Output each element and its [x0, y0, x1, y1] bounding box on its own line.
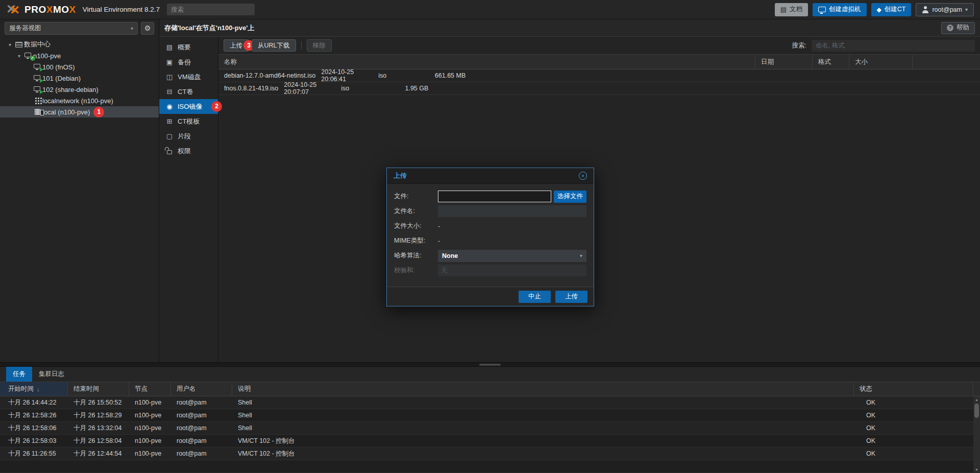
cube-icon: ◆ — [877, 6, 881, 13]
checksum-input — [438, 265, 586, 276]
hash-label: 哈希算法: — [394, 251, 438, 260]
column-header-name[interactable]: 名称 — [218, 55, 755, 69]
storage-icon — [32, 109, 42, 115]
proxmox-app: ✕✕ PROXMOX Virtual Environment 8.2.7 ▤ 文… — [0, 0, 980, 473]
column-header-description[interactable]: 说明 — [232, 382, 854, 396]
download-from-url-button[interactable]: 从URL下载 — [252, 39, 296, 52]
dialog-titlebar[interactable]: 上传 — [387, 168, 594, 184]
hash-algorithm-dropdown[interactable]: None ▾ — [438, 250, 586, 262]
column-header-status[interactable]: 状态 — [854, 382, 973, 396]
proxmox-x-icon: ✕✕ — [6, 3, 21, 16]
task-row[interactable]: 十月 26 14:44:22 十月 26 15:50:52 n100-pve r… — [0, 396, 980, 409]
nav-item-ct-volumes[interactable]: ⊟CT卷 — [159, 84, 218, 99]
sidebar: 服务器视图▾ ⚙ ▾ 数据中心 ▾ ✓ n100-pve — [0, 19, 159, 362]
gear-icon[interactable]: ⚙ — [141, 22, 154, 35]
tree-item-localnetwork[interactable]: localnetwork (n100-pve) — [0, 95, 159, 106]
column-header-date[interactable]: 日期 — [755, 55, 813, 69]
filter-input[interactable] — [812, 40, 975, 52]
chevron-down-icon: ▾ — [131, 26, 133, 31]
iso-content: 上传 3 从URL下载 移除 搜索: — [218, 37, 980, 362]
nav-item-permissions[interactable]: 权限 — [159, 144, 218, 158]
column-header-end-time[interactable]: 结束时间 — [68, 382, 129, 396]
tree-item-node[interactable]: ▾ ✓ n100-pve — [0, 50, 159, 61]
header-actions: ▤ 文档 创建虚拟机 ◆ 创建CT root@pam ▾ — [775, 3, 974, 16]
scroll-down-icon[interactable]: ▼ — [973, 466, 980, 473]
splitter-grip-icon — [479, 364, 501, 366]
notification-badge: 2 — [211, 101, 222, 112]
nav-item-snippets[interactable]: ▢片段 — [159, 129, 218, 144]
task-panel: 任务 集群日志 开始时间 ↓ 结束时间 节点 用户名 说明 状态 十月 26 1… — [0, 367, 980, 473]
task-row[interactable]: 十月 26 11:26:55 十月 26 12:44:54 n100-pve r… — [0, 447, 980, 460]
tree-item-datacenter[interactable]: ▾ 数据中心 — [0, 39, 159, 50]
table-row[interactable]: fnos.0.8.21-419.iso 2024-10-25 20:07:07 … — [218, 82, 980, 95]
resource-tree: ▾ 数据中心 ▾ ✓ n100-pve 100 (fnOS) — [0, 37, 159, 117]
create-vm-button[interactable]: 创建虚拟机 — [813, 3, 867, 16]
content-header: 存储'local'在节点'n100-pve'上 帮助 — [159, 19, 980, 37]
vm-running-icon — [32, 86, 42, 93]
help-button[interactable]: 帮助 — [941, 22, 975, 34]
nav-item-iso-images[interactable]: ◉ISO镜像 2 — [159, 99, 218, 114]
task-table-body: 十月 26 14:44:22 十月 26 15:50:52 n100-pve r… — [0, 396, 980, 473]
user-icon — [922, 6, 929, 13]
nav-item-ct-templates[interactable]: ⊞CT模板 — [159, 114, 218, 129]
column-header-size[interactable]: 大小 — [849, 55, 913, 69]
chevron-down-icon: ▾ — [965, 7, 968, 12]
vertical-scrollbar[interactable]: ▲ ▼ — [973, 396, 980, 473]
nav-item-vm-disks[interactable]: ◫VM磁盘 — [159, 69, 218, 84]
file-path-input[interactable] — [438, 191, 551, 202]
checksum-label: 校验和: — [394, 266, 438, 275]
node-icon: ✓ — [23, 53, 33, 59]
remove-button[interactable]: 移除 — [307, 39, 332, 52]
choose-file-button[interactable]: 选择文件 — [554, 191, 586, 203]
upload-dialog: 上传 文件: 选择文件 文件名: 文件大小: - MIME类型: - — [386, 168, 594, 306]
sidebar-view-row: 服务器视图▾ ⚙ — [0, 19, 159, 37]
iso-toolbar: 上传 3 从URL下载 移除 搜索: — [218, 37, 980, 54]
column-header-format[interactable]: 格式 — [813, 55, 849, 69]
nav-item-backup[interactable]: ▣备份 — [159, 55, 218, 69]
global-search-input[interactable] — [167, 4, 255, 15]
book-icon: ▤ — [780, 6, 787, 13]
table-row[interactable]: debian-12.7.0-amd64-netinst.iso 2024-10-… — [218, 69, 980, 82]
horizontal-splitter[interactable] — [0, 362, 980, 367]
caret-down-icon[interactable]: ▾ — [15, 53, 23, 59]
page-title: 存储'local'在节点'n100-pve'上 — [164, 23, 254, 33]
question-icon — [947, 25, 953, 31]
column-header-user[interactable]: 用户名 — [171, 382, 232, 396]
task-row[interactable]: 十月 26 12:58:06 十月 26 13:32:04 n100-pve r… — [0, 422, 980, 435]
dialog-title: 上传 — [394, 171, 407, 180]
filesize-value: - — [438, 223, 440, 230]
task-row[interactable]: 十月 26 12:58:03 十月 26 12:58:04 n100-pve r… — [0, 435, 980, 447]
nav-item-summary[interactable]: ▤概要 — [159, 40, 218, 55]
tree-item-vm-102[interactable]: 102 (share-debian) — [0, 84, 159, 95]
filename-input — [438, 205, 586, 217]
column-header-start-time[interactable]: 开始时间 ↓ — [0, 382, 68, 396]
ct-volume-icon: ⊟ — [165, 88, 174, 96]
create-ct-button[interactable]: ◆ 创建CT — [871, 3, 912, 16]
task-row[interactable]: 十月 26 12:58:26 十月 26 12:58:29 n100-pve r… — [0, 409, 980, 422]
tree-item-vm-101[interactable]: 101 (Debian) — [0, 73, 159, 84]
mime-label: MIME类型: — [394, 236, 438, 245]
ct-template-icon: ⊞ — [165, 117, 174, 125]
tree-item-local-storage[interactable]: local (n100-pve) 1 — [0, 106, 159, 117]
vm-disk-icon: ◫ — [165, 73, 174, 81]
tab-tasks[interactable]: 任务 — [6, 367, 32, 382]
dialog-upload-button[interactable]: 上传 — [555, 291, 587, 303]
unlock-icon — [165, 148, 174, 154]
toolbar-separator — [301, 41, 302, 50]
tree-item-vm-100[interactable]: 100 (fnOS) — [0, 61, 159, 73]
filesize-label: 文件大小: — [394, 222, 438, 230]
top-header-bar: ✕✕ PROXMOX Virtual Environment 8.2.7 ▤ 文… — [0, 0, 980, 19]
abort-button[interactable]: 中止 — [519, 291, 551, 303]
user-menu-button[interactable]: root@pam ▾ — [916, 3, 974, 16]
task-table-header: 开始时间 ↓ 结束时间 节点 用户名 说明 状态 — [0, 382, 980, 396]
upload-button[interactable]: 上传 3 — [224, 39, 249, 52]
iso-table: 名称 日期 格式 大小 debian-12.7.0-amd64-netinst.… — [218, 54, 980, 362]
tab-cluster-log[interactable]: 集群日志 — [32, 367, 71, 382]
column-header-node[interactable]: 节点 — [129, 382, 171, 396]
scroll-up-icon[interactable]: ▲ — [973, 396, 980, 403]
documentation-button[interactable]: ▤ 文档 — [775, 3, 808, 16]
view-selector-dropdown[interactable]: 服务器视图▾ — [5, 22, 138, 35]
scrollbar-thumb[interactable] — [974, 404, 979, 418]
caret-down-icon[interactable]: ▾ — [6, 42, 14, 48]
close-icon[interactable] — [579, 172, 587, 180]
